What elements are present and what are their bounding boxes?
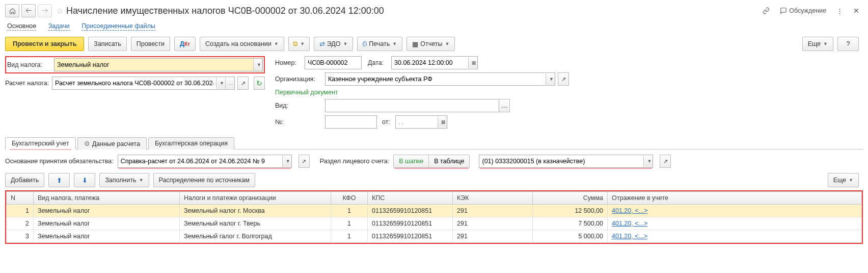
date-picker-button[interactable]: ▦ (468, 57, 477, 68)
dk-balance-button[interactable]: ДКт (174, 37, 196, 51)
col-kps[interactable]: КПС (368, 192, 453, 205)
personal-account-open-button[interactable]: ↗ (660, 155, 671, 168)
create-based-button[interactable]: Создать на основании▼ (200, 37, 284, 51)
calc-more-button[interactable]: … (225, 78, 234, 89)
move-down-button[interactable]: ⬇ (74, 173, 95, 187)
col-n[interactable]: N (7, 192, 34, 205)
arrow-down-icon: ⬇ (82, 177, 88, 184)
col-sum[interactable]: Сумма (533, 192, 608, 205)
cell-kps: 01132659910120851 (368, 230, 453, 243)
tax-type-select[interactable]: ▼ (54, 58, 263, 71)
add-row-button[interactable]: Добавить (5, 173, 44, 187)
table-row[interactable]: 2 Земельный налог Земельный налог г. Тве… (7, 217, 862, 230)
org-open-button[interactable]: ↗ (558, 72, 569, 86)
table-row[interactable]: 1 Земельный налог Земельный налог г. Мос… (7, 205, 862, 217)
back-button[interactable]: 🡠 (21, 4, 36, 17)
credit-icon: Кт (184, 41, 190, 47)
tax-type-value[interactable] (55, 59, 253, 70)
post-button[interactable]: Провести (131, 37, 170, 51)
link-button[interactable] (759, 5, 773, 17)
org-select[interactable]: ▼ (325, 72, 555, 86)
calc-value[interactable] (52, 78, 216, 89)
subtab-tasks[interactable]: Задачи (48, 22, 70, 31)
help-button[interactable]: ? (837, 37, 859, 51)
personal-account-dropdown-button[interactable]: ▼ (643, 156, 653, 167)
basis-open-button[interactable]: ↗ (299, 155, 310, 168)
discussion-label: Обсуждение (789, 7, 826, 14)
reflection-link[interactable]: 401.20, <...> (612, 220, 647, 227)
basis-value[interactable] (118, 156, 282, 167)
cell-kps: 01132659910120851 (368, 217, 453, 230)
mode-in-table-button[interactable]: В таблице (428, 155, 469, 167)
basis-dropdown-button[interactable]: ▼ (282, 156, 291, 167)
calendar-icon: ▦ (441, 119, 446, 125)
col-kek[interactable]: КЭК (453, 192, 533, 205)
primary-date-value[interactable] (396, 116, 438, 128)
reflection-link[interactable]: 401.20, <...> (612, 207, 647, 214)
table-row[interactable]: 3 Земельный налог Земельный галог г. Вол… (7, 230, 862, 243)
tab-calc-data[interactable]: ⚙Данные расчета (77, 137, 147, 150)
print-button[interactable]: ⎙ Печать▼ (357, 37, 402, 51)
caret-down-icon: ▼ (274, 41, 279, 46)
calc-open-button[interactable]: ↗ (237, 77, 249, 90)
close-button[interactable]: ✕ (850, 5, 863, 17)
more-menu-button[interactable]: ⋮ (833, 5, 847, 17)
edo-label: ЭДО (327, 40, 341, 47)
subtab-main[interactable]: Основное (7, 22, 36, 31)
home-button[interactable] (5, 4, 19, 17)
col-reflection[interactable]: Отражение в учете (608, 192, 862, 205)
date-field[interactable]: ▦ (391, 56, 478, 69)
discussion-button[interactable]: Обсуждение (776, 5, 830, 17)
post-and-close-button[interactable]: Провести и закрыть (5, 37, 84, 51)
number-value[interactable] (305, 57, 361, 68)
reflection-link[interactable]: 401.20, <...> (612, 233, 647, 240)
fill-button[interactable]: Заполнить▼ (99, 173, 149, 187)
org-value[interactable] (326, 73, 546, 85)
col-tax-type[interactable]: Вид налога, платежа (34, 192, 180, 205)
cell-tax-type: Земельный налог (34, 205, 180, 217)
primary-vid-field[interactable] (325, 99, 499, 112)
table-more-button[interactable]: Еще▼ (828, 173, 859, 187)
mode-in-header-button[interactable]: В шапке (394, 155, 428, 167)
edo-button[interactable]: ⇄ ЭДО▼ (314, 37, 354, 51)
tax-type-label: Вид налога: (7, 61, 54, 68)
favourite-star-icon[interactable]: ☆ (56, 6, 63, 16)
number-field[interactable] (305, 56, 362, 69)
cell-kfo: 1 (331, 217, 368, 230)
move-up-button[interactable]: ⬆ (48, 173, 70, 187)
primary-vid-value[interactable] (326, 100, 499, 111)
primary-no-field[interactable] (325, 115, 377, 129)
calc-dropdown-button[interactable]: ▼ (216, 78, 225, 89)
calendar-icon: ▦ (472, 60, 476, 65)
refresh-button[interactable]: ↻ (254, 77, 265, 90)
col-org-tax[interactable]: Налоги и платежи организации (180, 192, 331, 205)
col-kfo[interactable]: КФО (331, 192, 368, 205)
forward-button[interactable]: 🡢 (38, 4, 52, 17)
primary-date-picker-button[interactable]: ▦ (438, 116, 447, 128)
date-value[interactable] (392, 57, 468, 68)
primary-vid-more-button[interactable]: … (499, 99, 510, 112)
tab-accounting[interactable]: Бухгалтерский учет (5, 137, 76, 150)
basis-select[interactable]: ▼ (118, 155, 292, 168)
primary-date-field[interactable]: ▦ (395, 115, 447, 129)
personal-account-value[interactable] (479, 156, 643, 167)
caret-down-icon: ▼ (823, 41, 828, 46)
cell-kek: 291 (453, 217, 533, 230)
print-label: Печать (369, 40, 390, 47)
save-button[interactable]: Записать (88, 37, 126, 51)
reports-button[interactable]: ▦ Отчеты▼ (406, 37, 455, 51)
distribute-button[interactable]: Распределение по источникам (153, 173, 255, 187)
printer-icon: ⎙ (363, 40, 367, 47)
personal-account-select[interactable]: ▼ (479, 155, 653, 168)
cell-sum: 12 500,00 (533, 205, 608, 217)
calc-select[interactable]: ▼ … (52, 77, 235, 90)
subtab-files[interactable]: Присоединенные файлы (82, 22, 155, 31)
org-dropdown-button[interactable]: ▼ (546, 73, 555, 85)
table-more-label: Еще (833, 177, 846, 184)
tab-acc-op[interactable]: Бухгалтерская операция (148, 137, 234, 150)
primary-no-value[interactable] (326, 116, 376, 128)
toolbar-more-button[interactable]: Еще▼ (802, 37, 833, 51)
tax-type-dropdown-button[interactable]: ▼ (253, 59, 262, 70)
cell-tax-type: Земельный налог (34, 217, 180, 230)
attachment-button[interactable]: ⧉▼ (288, 37, 310, 51)
